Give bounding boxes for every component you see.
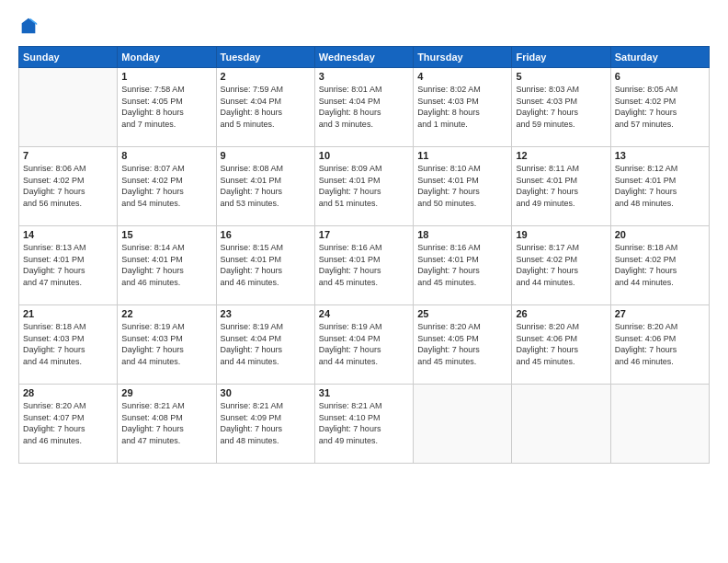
day-info: Sunrise: 8:20 AM Sunset: 4:06 PM Dayligh… — [615, 321, 705, 367]
calendar-week-4: 21Sunrise: 8:18 AM Sunset: 4:03 PM Dayli… — [19, 305, 710, 385]
calendar-header-tuesday: Tuesday — [216, 47, 314, 68]
calendar-cell: 20Sunrise: 8:18 AM Sunset: 4:02 PM Dayli… — [610, 226, 709, 305]
day-info: Sunrise: 8:09 AM Sunset: 4:01 PM Dayligh… — [319, 163, 409, 209]
day-number: 14 — [23, 229, 113, 240]
calendar-cell: 19Sunrise: 8:17 AM Sunset: 4:02 PM Dayli… — [512, 226, 610, 305]
calendar-cell — [414, 385, 512, 464]
day-number: 28 — [23, 387, 113, 398]
day-info: Sunrise: 8:03 AM Sunset: 4:03 PM Dayligh… — [516, 84, 606, 130]
calendar-week-2: 7Sunrise: 8:06 AM Sunset: 4:02 PM Daylig… — [19, 147, 710, 226]
day-info: Sunrise: 8:13 AM Sunset: 4:01 PM Dayligh… — [23, 242, 113, 288]
calendar-cell: 30Sunrise: 8:21 AM Sunset: 4:09 PM Dayli… — [216, 385, 314, 464]
calendar-cell: 15Sunrise: 8:14 AM Sunset: 4:01 PM Dayli… — [118, 226, 216, 305]
day-number: 5 — [516, 71, 606, 82]
calendar-week-5: 28Sunrise: 8:20 AM Sunset: 4:07 PM Dayli… — [19, 385, 710, 464]
day-info: Sunrise: 8:05 AM Sunset: 4:02 PM Dayligh… — [615, 84, 705, 130]
day-number: 25 — [417, 308, 507, 319]
day-info: Sunrise: 8:15 AM Sunset: 4:01 PM Dayligh… — [221, 242, 311, 288]
day-number: 23 — [221, 308, 311, 319]
day-number: 8 — [121, 150, 211, 161]
calendar-cell: 21Sunrise: 8:18 AM Sunset: 4:03 PM Dayli… — [19, 305, 118, 385]
day-number: 18 — [417, 229, 507, 240]
calendar-header-row: SundayMondayTuesdayWednesdayThursdayFrid… — [19, 47, 710, 68]
calendar-cell: 8Sunrise: 8:07 AM Sunset: 4:02 PM Daylig… — [118, 147, 216, 226]
calendar-cell: 1Sunrise: 7:58 AM Sunset: 4:05 PM Daylig… — [118, 68, 216, 147]
day-info: Sunrise: 8:11 AM Sunset: 4:01 PM Dayligh… — [516, 163, 606, 209]
day-number: 10 — [319, 150, 409, 161]
calendar-cell: 28Sunrise: 8:20 AM Sunset: 4:07 PM Dayli… — [19, 385, 118, 464]
calendar-cell: 31Sunrise: 8:21 AM Sunset: 4:10 PM Dayli… — [314, 385, 413, 464]
calendar-cell: 18Sunrise: 8:16 AM Sunset: 4:01 PM Dayli… — [414, 226, 512, 305]
day-number: 24 — [319, 308, 409, 319]
calendar-header-wednesday: Wednesday — [314, 47, 413, 68]
day-info: Sunrise: 8:01 AM Sunset: 4:04 PM Dayligh… — [319, 84, 409, 130]
calendar-cell: 13Sunrise: 8:12 AM Sunset: 4:01 PM Dayli… — [610, 147, 709, 226]
calendar-cell: 23Sunrise: 8:19 AM Sunset: 4:04 PM Dayli… — [216, 305, 314, 385]
day-number: 27 — [615, 308, 705, 319]
day-info: Sunrise: 7:58 AM Sunset: 4:05 PM Dayligh… — [121, 84, 211, 130]
calendar-cell: 5Sunrise: 8:03 AM Sunset: 4:03 PM Daylig… — [512, 68, 610, 147]
svg-marker-0 — [22, 18, 36, 34]
calendar-cell: 3Sunrise: 8:01 AM Sunset: 4:04 PM Daylig… — [314, 68, 413, 147]
day-info: Sunrise: 8:02 AM Sunset: 4:03 PM Dayligh… — [417, 84, 507, 130]
day-number: 21 — [23, 308, 113, 319]
calendar-cell: 16Sunrise: 8:15 AM Sunset: 4:01 PM Dayli… — [216, 226, 314, 305]
day-number: 15 — [121, 229, 211, 240]
page: SundayMondayTuesdayWednesdayThursdayFrid… — [0, 0, 728, 563]
day-info: Sunrise: 8:18 AM Sunset: 4:03 PM Dayligh… — [23, 321, 113, 367]
day-info: Sunrise: 8:17 AM Sunset: 4:02 PM Dayligh… — [516, 242, 606, 288]
day-info: Sunrise: 8:16 AM Sunset: 4:01 PM Dayligh… — [417, 242, 507, 288]
day-number: 9 — [221, 150, 311, 161]
calendar-week-3: 14Sunrise: 8:13 AM Sunset: 4:01 PM Dayli… — [19, 226, 710, 305]
day-info: Sunrise: 8:19 AM Sunset: 4:04 PM Dayligh… — [319, 321, 409, 367]
calendar-cell: 2Sunrise: 7:59 AM Sunset: 4:04 PM Daylig… — [216, 68, 314, 147]
calendar-header-saturday: Saturday — [610, 47, 709, 68]
day-info: Sunrise: 8:14 AM Sunset: 4:01 PM Dayligh… — [121, 242, 211, 288]
day-info: Sunrise: 8:20 AM Sunset: 4:05 PM Dayligh… — [417, 321, 507, 367]
day-info: Sunrise: 8:19 AM Sunset: 4:03 PM Dayligh… — [121, 321, 211, 367]
header — [18, 17, 710, 37]
day-number: 30 — [221, 387, 311, 398]
calendar-cell: 11Sunrise: 8:10 AM Sunset: 4:01 PM Dayli… — [414, 147, 512, 226]
calendar-cell: 12Sunrise: 8:11 AM Sunset: 4:01 PM Dayli… — [512, 147, 610, 226]
day-number: 31 — [319, 387, 409, 398]
day-info: Sunrise: 8:16 AM Sunset: 4:01 PM Dayligh… — [319, 242, 409, 288]
calendar-table: SundayMondayTuesdayWednesdayThursdayFrid… — [18, 46, 710, 464]
calendar-header-sunday: Sunday — [19, 47, 118, 68]
day-number: 19 — [516, 229, 606, 240]
calendar-cell — [512, 385, 610, 464]
day-number: 7 — [23, 150, 113, 161]
day-info: Sunrise: 8:18 AM Sunset: 4:02 PM Dayligh… — [615, 242, 705, 288]
day-info: Sunrise: 8:10 AM Sunset: 4:01 PM Dayligh… — [417, 163, 507, 209]
day-number: 3 — [319, 71, 409, 82]
calendar-week-1: 1Sunrise: 7:58 AM Sunset: 4:05 PM Daylig… — [19, 68, 710, 147]
day-info: Sunrise: 8:21 AM Sunset: 4:09 PM Dayligh… — [221, 400, 311, 446]
calendar-cell: 6Sunrise: 8:05 AM Sunset: 4:02 PM Daylig… — [610, 68, 709, 147]
day-info: Sunrise: 8:20 AM Sunset: 4:07 PM Dayligh… — [23, 400, 113, 446]
calendar-cell — [610, 385, 709, 464]
calendar-cell: 29Sunrise: 8:21 AM Sunset: 4:08 PM Dayli… — [118, 385, 216, 464]
day-info: Sunrise: 8:06 AM Sunset: 4:02 PM Dayligh… — [23, 163, 113, 209]
day-number: 1 — [121, 71, 211, 82]
logo — [18, 17, 42, 37]
logo-icon — [18, 17, 39, 37]
day-number: 11 — [417, 150, 507, 161]
day-info: Sunrise: 8:07 AM Sunset: 4:02 PM Dayligh… — [121, 163, 211, 209]
day-info: Sunrise: 8:21 AM Sunset: 4:10 PM Dayligh… — [319, 400, 409, 446]
calendar-cell: 26Sunrise: 8:20 AM Sunset: 4:06 PM Dayli… — [512, 305, 610, 385]
day-number: 20 — [615, 229, 705, 240]
calendar-cell — [19, 68, 118, 147]
calendar-cell: 9Sunrise: 8:08 AM Sunset: 4:01 PM Daylig… — [216, 147, 314, 226]
calendar-header-friday: Friday — [512, 47, 610, 68]
day-number: 6 — [615, 71, 705, 82]
calendar-cell: 7Sunrise: 8:06 AM Sunset: 4:02 PM Daylig… — [19, 147, 118, 226]
day-number: 26 — [516, 308, 606, 319]
calendar-cell: 14Sunrise: 8:13 AM Sunset: 4:01 PM Dayli… — [19, 226, 118, 305]
day-info: Sunrise: 8:20 AM Sunset: 4:06 PM Dayligh… — [516, 321, 606, 367]
calendar-cell: 4Sunrise: 8:02 AM Sunset: 4:03 PM Daylig… — [414, 68, 512, 147]
calendar-cell: 22Sunrise: 8:19 AM Sunset: 4:03 PM Dayli… — [118, 305, 216, 385]
calendar-header-monday: Monday — [118, 47, 216, 68]
day-info: Sunrise: 8:19 AM Sunset: 4:04 PM Dayligh… — [221, 321, 311, 367]
calendar-cell: 27Sunrise: 8:20 AM Sunset: 4:06 PM Dayli… — [610, 305, 709, 385]
day-info: Sunrise: 8:08 AM Sunset: 4:01 PM Dayligh… — [221, 163, 311, 209]
